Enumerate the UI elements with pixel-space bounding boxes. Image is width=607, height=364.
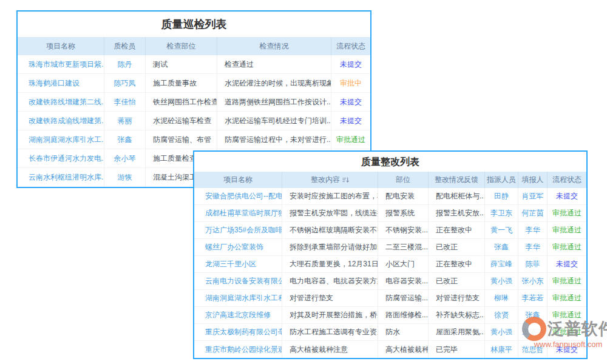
table-row: 珠海市城市更新项目紫...陈丹测试检查通过未提交 (18, 55, 370, 74)
cell-part: 路面维修检... (378, 307, 429, 324)
reporter-link[interactable]: 何芷茵 (518, 205, 548, 222)
cell-part: 施工质量事故 (146, 74, 217, 93)
status-text: 审批通过 (548, 222, 586, 239)
table-row: 龙湖三千里小区大理石质量更换，12月31日之...小区大门正在整改中薛宝峰陈菲未… (194, 256, 586, 273)
reporter-link[interactable]: 李华 (518, 222, 548, 239)
watermark-url: www.fanpusoft.com (522, 340, 606, 349)
cell-feedback: 正在整改中 (429, 256, 485, 273)
project-link[interactable]: 龙湖三千里小区 (194, 256, 282, 273)
assignee-link[interactable]: 黄小强 (485, 273, 518, 290)
status-text: 未提交 (331, 93, 370, 112)
project-link[interactable]: 安徽合肥供电公司--配电设备... (194, 188, 282, 205)
project-link[interactable]: 珠海市城市更新项目紫... (18, 55, 104, 74)
cell-feedback: 屋面采用聚氨... (429, 324, 485, 341)
project-link[interactable]: 长春市伊通河水力发电... (18, 149, 104, 168)
column-header-1: 质检员 (104, 37, 146, 55)
column-header-3: 整改情况反馈 (429, 172, 485, 188)
cell-part: 二至三楼混... (378, 239, 429, 256)
inspector-link[interactable]: 陈巧凤 (104, 74, 146, 93)
reporter-link[interactable]: 张小东 (518, 273, 548, 290)
cell-situation: 水泥砼灌注的时候，出现离析现象 (217, 74, 331, 93)
cell-part: 水泥砼运输车检查 (146, 112, 217, 130)
table-row: 改建铁路线增建第二线...李佳怡铁丝网围挡工作检查道路两侧铁丝网围挡工作按设计.… (18, 93, 370, 112)
cell-content: 报警主机安放牢固，线缆连接... (282, 205, 378, 222)
rectification-table-header: 项目名称整改内容部位整改情况反馈指派人员填报人流程状态 (194, 172, 586, 188)
cell-feedback: 报警主机安放... (429, 205, 485, 222)
reporter-link[interactable]: 李华 (518, 239, 548, 256)
column-header-4: 指派人员 (485, 172, 518, 188)
status-text: 审批通过 (548, 290, 586, 307)
table-row: 改建铁路成渝线增建第...蒋丽水泥砼运输车检查水泥砼运输车司机经过专门培训...… (18, 112, 370, 130)
status-text: 未提交 (331, 55, 370, 74)
project-link[interactable]: 重庆太极制药有限公司亳州中... (194, 324, 282, 341)
inspector-link[interactable]: 陈丹 (104, 55, 146, 74)
assignee-link[interactable]: 徐贤 (485, 307, 518, 324)
reporter-link[interactable]: 肖亚军 (518, 188, 548, 205)
cell-feedback: 对管进行垫支 (429, 290, 485, 307)
cell-content: 对管进行垫支 (282, 290, 378, 307)
inspector-link[interactable]: 余小琴 (104, 149, 146, 168)
table-row: 螺丝厂办公室装饰拆除到承重墙部分请做好加固...二至三楼混...已改正张鑫李华审… (194, 239, 586, 256)
project-link[interactable]: 螺丝厂办公室装饰 (194, 239, 282, 256)
inspector-link[interactable]: 蒋丽 (104, 112, 146, 130)
cell-feedback: 已改正 (429, 239, 485, 256)
project-link[interactable]: 重庆市鹅岭公园绿化景观提升... (194, 341, 282, 358)
project-link[interactable]: 改建铁路线增建第二线... (18, 93, 104, 112)
cell-feedback: 补齐缺失标志... (429, 307, 485, 324)
cell-feedback: 正在整改中 (429, 222, 485, 239)
cell-situation: 水泥砼运输车司机经过专门培训... (217, 112, 331, 130)
inspector-link[interactable]: 李佳怡 (104, 93, 146, 112)
project-link[interactable]: 珠海鹤港口建设 (18, 74, 104, 93)
table-row: 安徽合肥供电公司--配电设备...安装时应按施工图的布置，将...配电安装配电柜… (194, 188, 586, 205)
watermark: 泛普软件 www.fanpusoft.com (522, 317, 606, 349)
inspection-table-title: 质量巡检列表 (18, 12, 370, 37)
status-text: 审批通过 (548, 273, 586, 290)
sort-amount-icon[interactable] (342, 177, 349, 183)
column-header-4: 流程状态 (331, 37, 370, 55)
column-header-1[interactable]: 整改内容 (282, 172, 378, 188)
status-text: 审批通过 (331, 130, 370, 149)
project-link[interactable]: 京沪高速北京段维修 (194, 307, 282, 324)
reporter-link[interactable]: 陈菲 (518, 256, 548, 273)
assignee-link[interactable]: 田静 (485, 188, 518, 205)
status-text: 审批通过 (548, 239, 586, 256)
fanpu-logo-inner (528, 323, 541, 335)
assignee-link[interactable]: 柳琳 (485, 290, 518, 307)
inspector-link[interactable]: 游恢 (104, 168, 146, 187)
cell-part: 防腐管运输、布管 (146, 130, 217, 149)
inspector-link[interactable]: 张鑫 (104, 130, 146, 149)
cell-part: 测试 (146, 55, 217, 74)
reporter-link[interactable]: 李若若 (518, 290, 548, 307)
assignee-link[interactable]: 林康平 (485, 341, 518, 358)
table-row: 云南电力设备安装有限公司20...电力电容器、电抗器安装方案,...电容器安装.… (194, 273, 586, 290)
cell-situation: 防腐管运输过程中，未对管进行... (217, 130, 331, 149)
assignee-link[interactable]: 张鑫 (485, 239, 518, 256)
project-link[interactable]: 云南电力设备安装有限公司20... (194, 273, 282, 290)
cell-content: 防水工程施工选调有专业资质... (282, 324, 378, 341)
assignee-link[interactable]: 黄小强 (485, 324, 518, 341)
cell-part: 防水 (378, 324, 429, 341)
project-link[interactable]: 湖南洞庭湖水库引水工程施工标 (194, 290, 282, 307)
cell-content: 拆除到承重墙部分请做好加固... (282, 239, 378, 256)
table-row: 珠海鹤港口建设陈巧凤施工质量事故水泥砼灌注的时候，出现离析现象审批中 (18, 74, 370, 93)
cell-feedback: 已改正 (429, 273, 485, 290)
project-link[interactable]: 万达广场35#会所及咖啡厅空... (194, 222, 282, 239)
cell-situation: 道路两侧铁丝网围挡工作按设计... (217, 93, 331, 112)
project-link[interactable]: 改建铁路成渝线增建第... (18, 112, 104, 130)
cell-feedback: 已完毕 (429, 341, 485, 358)
project-link[interactable]: 成都杜甫草堂临时展厅独立展... (194, 205, 282, 222)
assignee-link[interactable]: 黄一飞 (485, 222, 518, 239)
assignee-link[interactable]: 李卫东 (485, 205, 518, 222)
column-header-2: 检查部位 (146, 37, 217, 55)
assignee-link[interactable]: 薛宝峰 (485, 256, 518, 273)
column-header-2: 部位 (378, 172, 429, 188)
cell-part: 报警系统 (378, 205, 429, 222)
column-header-6: 流程状态 (548, 172, 586, 188)
project-link[interactable]: 湖南洞庭湖水库引水工... (18, 130, 104, 149)
cell-part: 配电安装 (378, 188, 429, 205)
cell-content: 电力电容器、电抗器安装方案,... (282, 273, 378, 290)
project-link[interactable]: 云南水利枢纽潜明水库... (18, 168, 104, 187)
inspection-table-header: 项目名称质检员检查部位检查情况流程状态 (18, 37, 370, 55)
fanpu-logo-icon (522, 317, 546, 341)
cell-part: 高大植被栽种 (378, 341, 429, 358)
